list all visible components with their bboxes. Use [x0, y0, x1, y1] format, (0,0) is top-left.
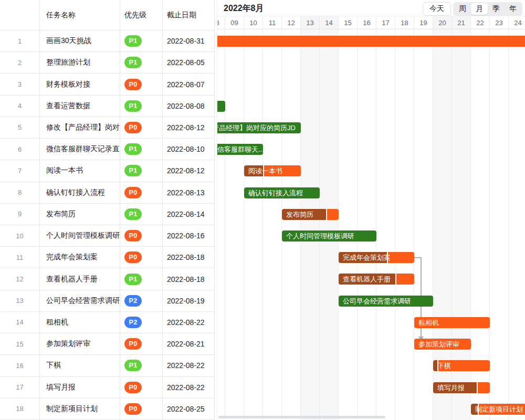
- gantt-bar-label: 参加策划评审: [418, 339, 459, 350]
- view-option-周[interactable]: 周: [454, 3, 471, 15]
- gantt-bar-task-6[interactable]: 微信客服群聊天...: [217, 144, 263, 155]
- grid-column-10: [244, 29, 263, 420]
- today-button[interactable]: 今天: [423, 2, 451, 16]
- gantt-bar-task-18[interactable]: 制定新项目计划: [471, 404, 525, 415]
- gantt-bar-task-9[interactable]: 发布简历: [282, 209, 339, 220]
- view-controls: 今天 周月季年: [423, 2, 522, 16]
- row-number: 13: [16, 297, 23, 304]
- task-name: 下棋: [46, 361, 61, 370]
- view-option-月[interactable]: 月: [471, 3, 488, 15]
- day-header-cell-12: 12: [282, 16, 301, 29]
- priority-badge: P0: [124, 187, 142, 198]
- task-row-18[interactable]: 18制定新项目计划P02022-08-25: [0, 398, 214, 420]
- gantt-bar-label: 制定新项目计划: [475, 404, 523, 415]
- task-name: 阅读一本书: [46, 166, 83, 175]
- task-name: 财务模板对接: [46, 80, 90, 89]
- due-date: 2022-08-08: [167, 102, 205, 110]
- priority-badge: P0: [124, 403, 142, 415]
- column-header-priority: 优先级: [120, 0, 163, 30]
- task-name: 画画30天挑战: [46, 36, 91, 46]
- gantt-bar-task-4[interactable]: [217, 101, 225, 112]
- due-date: 2022-08-13: [167, 188, 205, 197]
- horizontal-scrollbar-thumb[interactable]: [218, 416, 385, 418]
- task-row-8[interactable]: 8确认钉钉接入流程P02022-08-13: [0, 182, 214, 204]
- gantt-bar-task-13[interactable]: 公司早会经营需求调研: [339, 296, 433, 307]
- gantt-bar-label: 填写月报: [437, 382, 465, 393]
- priority-badge: P2: [124, 295, 142, 307]
- day-header-cell-11: 11: [263, 16, 282, 29]
- priority-badge: P1: [124, 143, 142, 155]
- task-name: 填写月报: [46, 383, 76, 392]
- day-header-cell-18: 18: [395, 16, 414, 29]
- task-row-11[interactable]: 11完成年会策划案P02022-08-18: [0, 247, 214, 268]
- task-name: 完成年会策划案: [46, 253, 98, 262]
- gantt-bar-task-10[interactable]: 个人时间管理模板调研: [282, 230, 376, 242]
- task-row-7[interactable]: 7阅读一本书P12022-08-12: [0, 160, 214, 182]
- priority-badge: P2: [124, 317, 142, 328]
- timeline-day-header: 0809101112131415161718192021222324: [217, 16, 525, 29]
- grid-column-13: [301, 29, 320, 420]
- task-name: 制定新项目计划: [46, 404, 98, 414]
- task-row-13[interactable]: 13公司早会经营需求调研P22022-08-19: [0, 290, 214, 312]
- gantt-bar-task-14[interactable]: 租相机: [414, 317, 490, 328]
- row-number: 6: [18, 145, 22, 153]
- due-date: 2022-08-18: [167, 253, 205, 261]
- row-number: 15: [16, 340, 23, 348]
- view-option-季[interactable]: 季: [488, 3, 505, 15]
- task-row-10[interactable]: 10个人时间管理模板调研P02022-08-16: [0, 225, 214, 247]
- gantt-bar-task-17[interactable]: 填写月报: [433, 382, 490, 393]
- task-name: 发布简历: [46, 209, 76, 219]
- day-header-cell-10: 10: [244, 16, 263, 29]
- task-name: 个人时间管理模板调研: [46, 231, 120, 240]
- due-date: 2022-08-10: [167, 145, 205, 153]
- gantt-bar-task-1[interactable]: 画画30天挑战: [217, 36, 525, 47]
- priority-badge: P1: [124, 360, 142, 371]
- due-date: 2022-08-19: [167, 297, 205, 305]
- gantt-bar-task-15[interactable]: 参加策划评审: [414, 339, 471, 350]
- task-row-14[interactable]: 14租相机P22022-08-22: [0, 312, 214, 333]
- task-row-15[interactable]: 15参加策划评审P02022-08-21: [0, 333, 214, 355]
- gantt-bar-task-12[interactable]: 查看机器人手册: [339, 274, 414, 285]
- day-header-cell-22: 22: [471, 16, 490, 29]
- row-number: 17: [16, 383, 23, 391]
- gantt-bar-task-7[interactable]: 阅读一本书: [244, 165, 301, 176]
- due-date: 2022-08-05: [167, 58, 205, 67]
- task-row-3[interactable]: 3财务模板对接P02022-08-07: [0, 74, 214, 95]
- gantt-bar-label: 发布简历: [286, 209, 313, 220]
- priority-badge: P1: [124, 100, 142, 112]
- due-date: 2022-08-12: [167, 123, 205, 132]
- task-row-2[interactable]: 2整理旅游计划P12022-08-05: [0, 52, 214, 74]
- priority-badge: P1: [124, 208, 142, 220]
- task-row-12[interactable]: 12查看机器人手册P12022-08-18: [0, 268, 214, 290]
- row-number: 11: [16, 254, 24, 261]
- row-number: 12: [16, 275, 23, 283]
- due-date: 2022-08-31: [167, 37, 205, 45]
- day-header-cell-13: 13: [301, 16, 320, 29]
- day-header-cell-14: 14: [320, 16, 339, 29]
- gantt-bar-task-5[interactable]: 修改【产品经理】岗对应的简历JD: [217, 122, 301, 133]
- priority-badge: P1: [124, 35, 142, 47]
- task-row-6[interactable]: 6微信客服群聊天记录直P12022-08-10: [0, 139, 214, 160]
- day-header-cell-09: 09: [225, 16, 244, 29]
- view-option-年[interactable]: 年: [505, 3, 521, 15]
- grid-column-09: [225, 29, 244, 420]
- task-row-1[interactable]: 1画画30天挑战P12022-08-31: [0, 30, 214, 52]
- task-row-9[interactable]: 9发布简历P12022-08-14: [0, 204, 214, 225]
- month-title: 2022年8月: [224, 3, 264, 14]
- gantt-bar-label: 完成年会策划案: [343, 252, 391, 263]
- task-row-5[interactable]: 5修改【产品经理】岗对应的简历JDP02022-08-12: [0, 117, 214, 139]
- gantt-bar-task-8[interactable]: 确认钉钉接入流程: [244, 187, 320, 198]
- task-row-4[interactable]: 4查看运营数据P12022-08-08: [0, 96, 214, 117]
- task-row-16[interactable]: 16下棋P12022-08-22: [0, 355, 214, 376]
- task-row-17[interactable]: 17填写月报P02022-08-22: [0, 377, 214, 398]
- row-number: 10: [16, 232, 23, 240]
- gantt-bar-label: 租相机: [418, 317, 439, 328]
- task-name: 整理旅游计划: [46, 58, 90, 67]
- gantt-bar-label: 下棋: [437, 360, 451, 371]
- gantt-bar-task-11[interactable]: 完成年会策划案: [339, 252, 414, 263]
- priority-badge: P1: [124, 57, 142, 68]
- grid-column-08: [217, 29, 225, 420]
- gantt-bar-task-16[interactable]: 下棋: [433, 360, 490, 371]
- row-number: 18: [16, 405, 23, 413]
- gantt-panel: 2022年8月 今天 周月季年 080910111213141516171819…: [217, 0, 525, 420]
